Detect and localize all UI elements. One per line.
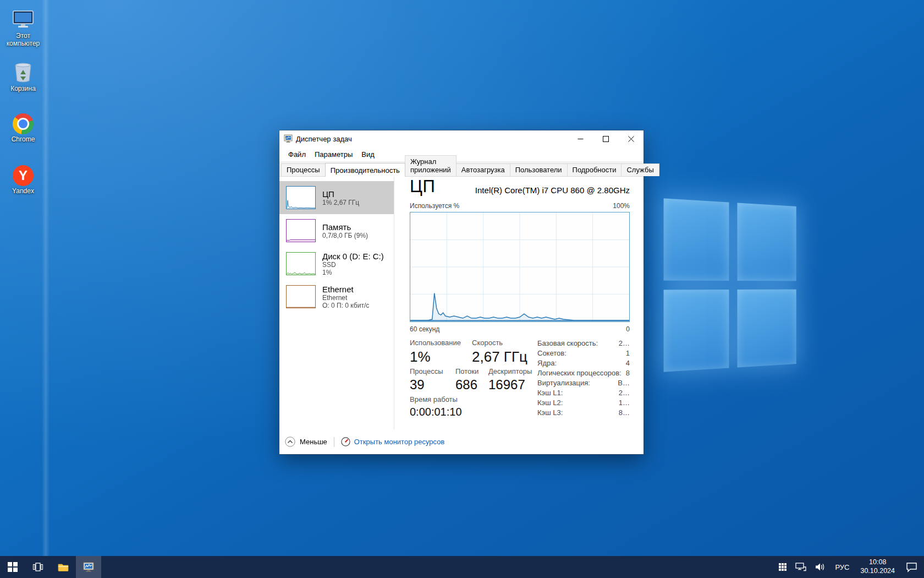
cpu-info-row: Базовая скорость:2… [537,339,630,348]
sidebar-item-title: Диск 0 (D: E: C:) [322,252,384,261]
network-button[interactable] [791,556,811,578]
tab-users[interactable]: Пользователи [510,163,568,176]
ethernet-mini-graph [286,285,316,308]
sidebar-item-detail: SSD [322,261,384,269]
desktop-icon-yandex[interactable]: Y Yandex [0,164,46,195]
cpu-mini-graph [286,186,316,209]
taskbar-clock[interactable]: 10:08 30.10.2024 [855,556,900,578]
stat-handles: Дескрипторы 16967 [488,367,532,393]
window-titlebar[interactable]: Диспетчер задач [279,130,644,147]
stat-threads: Потоки 686 [455,367,479,393]
cpu-info-row: Кэш L1:2… [537,388,630,398]
volume-button[interactable] [811,556,829,578]
minimize-button[interactable] [568,130,593,147]
menu-item-view[interactable]: Вид [357,149,379,160]
stat-uptime: Время работы 0:00:01:10 [410,395,462,419]
desktop-icon-this-pc[interactable]: Этот компьютер [0,8,46,48]
windows-logo-pane [737,203,796,281]
stat-speed: Скорость 2,67 ГГц [472,339,527,366]
cpu-info-row: Виртуализация:В… [537,378,630,388]
sidebar-item-title: Ethernet [322,285,369,294]
windows-start-icon [8,562,18,572]
menu-item-file[interactable]: Файл [284,149,310,160]
cpu-info-row: Логических процессоров:8 [537,368,630,378]
graph-xlabel: 60 секунд [410,325,439,333]
sidebar-item-cpu[interactable]: ЦП 1% 2,67 ГГц [279,181,394,214]
sidebar-item-detail: 1% 2,67 ГГц [322,199,359,206]
disk-mini-graph [286,252,316,275]
desktop-icon-label: Корзина [0,85,46,93]
cpu-usage-graph-svg [410,212,629,321]
stat-processes: Процессы 39 [410,367,443,393]
action-center-icon [906,562,917,572]
network-icon [795,562,807,572]
sidebar-item-disk[interactable]: Диск 0 (D: E: C:) SSD 1% [279,247,394,280]
tab-app-history[interactable]: Журнал приложений [405,155,457,176]
cpu-info-row: Сокетов:1 [537,348,630,358]
minimize-icon [578,136,584,142]
cpu-info-list: Базовая скорость:2…Сокетов:1Ядра:4Логиче… [537,339,630,418]
chrome-icon [13,113,34,134]
task-view-icon [32,561,43,572]
performance-sidebar: ЦП 1% 2,67 ГГц Память 0,7/8,0 ГБ (9%) [279,177,394,429]
tab-processes[interactable]: Процессы [281,163,326,176]
windows-logo-pane [664,198,729,281]
action-center-button[interactable] [900,556,924,578]
taskbar: РУС 10:08 30.10.2024 [0,556,924,578]
windows-logo [664,198,796,372]
windows-logo-pane [664,290,729,372]
tab-details[interactable]: Подробности [567,163,622,176]
tab-startup[interactable]: Автозагрузка [456,163,510,176]
sidebar-item-detail: 1% [322,269,384,276]
stat-usage: Использование 1% [410,339,461,366]
sidebar-item-memory[interactable]: Память 0,7/8,0 ГБ (9%) [279,214,394,247]
sidebar-item-ethernet[interactable]: Ethernet Ethernet О: 0 П: 0 кбит/с [279,280,394,313]
hidden-icons-grid-icon [778,563,787,571]
memory-mini-graph [286,219,316,242]
cpu-usage-graph [410,212,630,322]
recycle-bin-icon [12,61,35,84]
task-manager-app-icon [284,134,293,143]
menu-bar: Файл Параметры Вид [279,147,644,161]
chevron-up-icon [285,437,295,447]
tab-bar: ПроцессыПроизводительностьЖурнал приложе… [279,161,644,177]
clock-date: 30.10.2024 [860,567,895,576]
maximize-icon [603,136,609,142]
desktop-icon-chrome[interactable]: Chrome [0,112,46,144]
task-manager-icon [82,561,95,573]
graph-ylabel: Используется % [410,202,459,210]
footer-separator [334,437,334,447]
window-footer: Меньше Открыть монитор ресурсов [279,429,644,454]
cpu-info-row: Кэш L2:1… [537,398,630,408]
hidden-icons-button[interactable] [774,556,791,578]
language-indicator[interactable]: РУС [829,556,855,578]
menu-item-options[interactable]: Параметры [310,149,357,160]
file-explorer-button[interactable] [51,556,76,578]
task-manager-button[interactable] [76,556,101,578]
sidebar-item-detail: О: 0 П: 0 кбит/с [322,302,369,309]
show-less-button[interactable]: Меньше [285,437,327,447]
folder-icon [57,561,69,573]
window-title: Диспетчер задач [296,135,352,143]
start-button[interactable] [0,556,25,578]
open-resource-monitor-link[interactable]: Открыть монитор ресурсов [341,437,444,446]
sidebar-item-title: ЦП [322,189,359,199]
graph-xmin-label: 0 [626,325,630,333]
graph-ymax-label: 100% [613,202,630,210]
resource-monitor-icon [341,437,350,446]
tab-services[interactable]: Службы [621,163,659,176]
sidebar-item-detail: Ethernet [322,294,369,302]
maximize-button[interactable] [593,130,618,147]
desktop-icon-label: Yandex [0,188,46,195]
task-manager-window: Диспетчер задач Файл Пара [279,130,644,454]
desktop-icon-recycle-bin[interactable]: Корзина [0,61,46,93]
cpu-model-name: Intel(R) Core(TM) i7 CPU 860 @ 2.80GHz [475,186,630,195]
tab-performance[interactable]: Производительность [325,163,405,177]
desktop-icon-label: Этот компьютер [0,32,46,48]
close-icon [628,136,634,142]
close-button[interactable] [618,130,644,147]
task-view-button[interactable] [25,556,51,578]
clock-time: 10:08 [869,558,886,567]
desktop-icon-label: Chrome [0,136,46,144]
windows-logo-pane [737,290,796,368]
